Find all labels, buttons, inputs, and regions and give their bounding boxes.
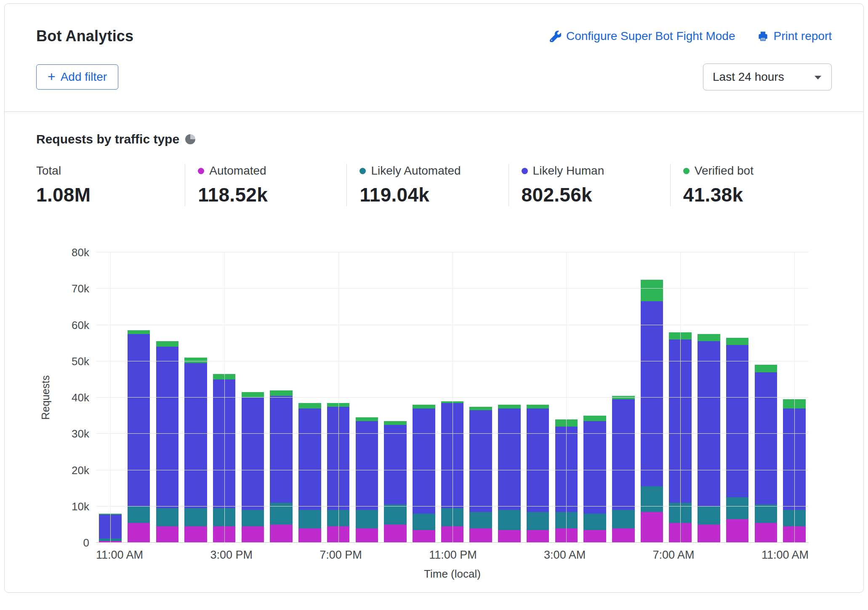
segment-likely-human — [726, 345, 748, 497]
x-tick-label: 3:00 AM — [544, 549, 586, 561]
segment-likely-automated — [156, 508, 178, 526]
segment-verified-bot — [156, 341, 178, 347]
y-axis-ticks: 010k20k30k40k50k60k70k80k — [55, 252, 96, 543]
segment-likely-automated — [384, 504, 406, 524]
stat-value: 1.08M — [36, 183, 185, 206]
bar-800am[interactable] — [695, 252, 723, 543]
segment-likely-human — [184, 363, 207, 508]
segment-likely-automated — [356, 510, 378, 528]
segment-likely-automated — [413, 514, 435, 530]
bar-900am[interactable] — [723, 252, 752, 543]
segment-automated — [298, 528, 321, 543]
bar-1200am[interactable] — [466, 252, 495, 543]
bar-1200pm[interactable] — [125, 252, 153, 543]
stat-likely-automated[interactable]: Likely Automated 119.04k — [346, 164, 508, 206]
segment-automated — [612, 528, 634, 543]
segment-likely-human — [583, 421, 606, 514]
plus-icon: + — [48, 70, 56, 83]
segment-verified-bot — [698, 334, 720, 341]
segment-likely-human — [298, 408, 321, 510]
printer-icon — [757, 31, 769, 42]
chevron-down-icon — [814, 70, 822, 84]
print-report-link[interactable]: Print report — [757, 29, 832, 43]
segment-automated — [755, 523, 777, 543]
configure-super-bot-fight-mode-link[interactable]: Configure Super Bot Fight Mode — [550, 29, 735, 43]
bar-400pm[interactable] — [239, 252, 267, 543]
likely-automated-dot — [359, 168, 366, 174]
chart-plot — [96, 252, 809, 543]
requests-chart: Requests 010k20k30k40k50k60k70k80k 11:00… — [36, 252, 832, 581]
segment-automated — [270, 525, 292, 543]
segment-likely-human — [156, 347, 178, 508]
segment-likely-automated — [298, 510, 321, 528]
segment-verified-bot — [298, 403, 321, 408]
automated-dot — [198, 168, 204, 174]
stat-likely-human[interactable]: Likely Human 802.56k — [509, 164, 670, 206]
x-tick-label: 7:00 AM — [652, 549, 694, 561]
segment-likely-human — [755, 372, 777, 505]
stat-label: Automated — [209, 164, 266, 178]
add-filter-label: Add filter — [61, 70, 107, 84]
stat-label: Verified bot — [695, 164, 754, 178]
wrench-icon — [550, 31, 561, 42]
x-axis-title: Time (local) — [96, 568, 809, 581]
segment-automated — [726, 519, 748, 543]
segment-likely-automated — [755, 504, 777, 522]
segment-likely-human — [469, 410, 492, 512]
segment-likely-automated — [469, 512, 492, 528]
bar-400am[interactable] — [580, 252, 609, 543]
bar-200pm[interactable] — [181, 252, 210, 543]
segment-verified-bot — [356, 417, 378, 421]
segment-likely-human — [612, 399, 634, 510]
segment-automated — [242, 526, 264, 543]
segment-likely-automated — [242, 510, 264, 526]
bar-1000pm[interactable] — [410, 252, 438, 543]
segment-verified-bot — [527, 405, 549, 408]
x-tick-label: 7:00 PM — [320, 549, 362, 561]
segment-likely-automated — [128, 507, 150, 523]
bot-analytics-card: Bot Analytics Configure Super Bot Fight … — [4, 3, 864, 593]
bar-500pm[interactable] — [267, 252, 296, 543]
segment-verified-bot — [128, 330, 150, 334]
segment-automated — [356, 528, 378, 543]
stat-automated[interactable]: Automated 118.52k — [185, 164, 346, 206]
stat-value: 41.38k — [683, 183, 832, 206]
bar-900pm[interactable] — [381, 252, 410, 543]
bar-200am[interactable] — [524, 252, 552, 543]
segment-likely-automated — [184, 508, 207, 526]
x-axis-ticks: 11:00 AM3:00 PM7:00 PM11:00 PM3:00 AM7:0… — [96, 549, 809, 562]
y-axis-title: Requests — [36, 252, 55, 543]
add-filter-button[interactable]: + Add filter — [36, 64, 118, 90]
bar-1000am[interactable] — [752, 252, 780, 543]
requests-section: Requests by traffic type Total 1.08M Aut… — [5, 112, 863, 592]
bar-800pm[interactable] — [352, 252, 381, 543]
segment-likely-human — [641, 301, 663, 486]
segment-automated — [698, 525, 720, 543]
bar-600am[interactable] — [638, 252, 666, 543]
segment-verified-bot — [270, 390, 292, 396]
segment-verified-bot — [726, 338, 748, 345]
segment-likely-automated — [641, 486, 663, 512]
stat-label: Likely Automated — [371, 164, 461, 178]
segment-automated — [583, 530, 606, 543]
segment-verified-bot — [469, 407, 492, 411]
bar-100am[interactable] — [495, 252, 524, 543]
bar-500am[interactable] — [609, 252, 638, 543]
time-range-select[interactable]: Last 24 hours — [703, 64, 832, 90]
x-tick-label: 11:00 PM — [429, 549, 477, 561]
segment-verified-bot — [384, 421, 406, 425]
segment-verified-bot — [641, 280, 663, 302]
verified-bot-dot — [683, 168, 690, 174]
stat-verified-bot[interactable]: Verified bot 41.38k — [670, 164, 832, 206]
x-tick-label: 3:00 PM — [210, 549, 253, 561]
segment-likely-automated — [612, 510, 634, 528]
segment-likely-automated — [527, 512, 549, 530]
segment-automated — [413, 530, 435, 543]
segment-verified-bot — [413, 405, 435, 408]
bar-600pm[interactable] — [296, 252, 324, 543]
segment-verified-bot — [755, 365, 777, 372]
segment-likely-automated — [698, 507, 720, 525]
stat-label: Likely Human — [533, 164, 604, 178]
bar-100pm[interactable] — [153, 252, 181, 543]
likely-human-dot — [522, 168, 528, 174]
